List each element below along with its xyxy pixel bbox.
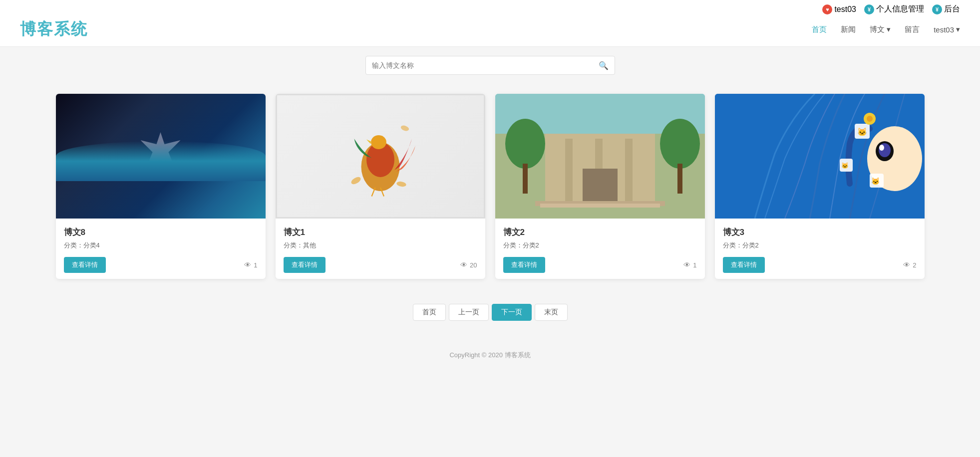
card-category-2: 分类：分类2 (503, 241, 697, 250)
page-next-btn[interactable]: 下一页 (492, 304, 532, 321)
svg-point-26 (879, 145, 884, 151)
chevron-down-icon-user: ▾ (956, 25, 960, 34)
view-count-1: 👁 20 (460, 261, 477, 269)
card-body-3: 博文3 分类：分类2 查看详情 👁 2 (715, 219, 925, 279)
svg-text:🐱: 🐱 (871, 177, 880, 186)
svg-rect-21 (677, 164, 682, 194)
header-top: ♥ test03 ¥ 个人信息管理 ¥ 后台 (0, 0, 980, 14)
detail-button-2[interactable]: 查看详情 (503, 257, 545, 273)
blog-card-2[interactable]: 博文2 分类：分类2 查看详情 👁 1 (495, 94, 705, 279)
user-avatar-badge[interactable]: ♥ test03 (822, 4, 856, 14)
backend-label: 后台 (944, 4, 960, 14)
card-footer-1: 查看详情 👁 20 (284, 257, 477, 273)
svg-text:🐱: 🐱 (841, 162, 849, 169)
svg-marker-3 (366, 139, 371, 144)
card-footer-3: 查看详情 👁 2 (723, 257, 917, 273)
card-footer-8: 查看详情 👁 1 (64, 257, 258, 273)
cards-grid: 博文8 分类：分类4 查看详情 👁 1 (0, 84, 980, 294)
card-image-1 (276, 94, 485, 219)
card-body-1: 博文1 分类：其他 查看详情 👁 20 (276, 219, 485, 279)
site-logo: 博客系统 (20, 18, 88, 40)
view-count-3: 👁 2 (903, 261, 916, 269)
nav-home[interactable]: 首页 (812, 25, 827, 34)
svg-text:🐱: 🐱 (857, 127, 867, 137)
svg-point-2 (371, 135, 386, 149)
svg-rect-15 (583, 169, 618, 204)
nav-user-label: test03 (934, 25, 954, 34)
svg-rect-19 (523, 164, 528, 194)
svg-point-6 (350, 176, 362, 186)
nav-news[interactable]: 新闻 (841, 25, 856, 34)
eye-icon-3: 👁 (903, 261, 910, 269)
nav-blog-dropdown[interactable]: 博文 ▾ (870, 25, 891, 34)
svg-point-7 (400, 125, 409, 132)
card-body-8: 博文8 分类：分类4 查看详情 👁 1 (56, 219, 266, 279)
svg-point-18 (505, 119, 545, 169)
main-nav: 首页 新闻 博文 ▾ 留言 test03 ▾ (812, 25, 960, 34)
blog-card-3[interactable]: 🐱 🐱 🐱 博文3 分类：分类2 查看详情 👁 2 (715, 94, 925, 279)
svg-rect-14 (625, 139, 633, 204)
username-label: test03 (834, 5, 856, 14)
search-input[interactable] (372, 61, 599, 69)
page-last-btn[interactable]: 末页 (535, 304, 568, 321)
view-count-8: 👁 1 (244, 261, 257, 269)
card-title-1: 博文1 (284, 227, 477, 238)
header-main: 博客系统 首页 新闻 博文 ▾ 留言 test03 ▾ (0, 14, 980, 46)
card-image-3: 🐱 🐱 🐱 (715, 94, 925, 219)
card-image-8 (56, 94, 266, 219)
pagination: 首页 上一页 下一页 末页 (0, 294, 980, 341)
nav-message[interactable]: 留言 (905, 25, 920, 34)
heart-icon: ♥ (822, 4, 832, 14)
card-image-2 (495, 94, 705, 219)
blog-card-1[interactable]: 博文1 分类：其他 查看详情 👁 20 (276, 94, 485, 279)
detail-button-1[interactable]: 查看详情 (284, 257, 326, 273)
blog-card-8[interactable]: 博文8 分类：分类4 查看详情 👁 1 (56, 94, 266, 279)
card-category-1: 分类：其他 (284, 241, 477, 250)
yuan-icon-profile: ¥ (864, 4, 874, 14)
card-category-8: 分类：分类4 (64, 241, 258, 250)
detail-button-3[interactable]: 查看详情 (723, 257, 765, 273)
svg-point-34 (867, 116, 873, 122)
svg-point-20 (660, 119, 700, 169)
search-icon[interactable]: 🔍 (599, 61, 609, 70)
profile-label: 个人信息管理 (876, 4, 924, 14)
nav-user-dropdown[interactable]: test03 ▾ (934, 25, 960, 34)
eye-icon-8: 👁 (244, 261, 251, 269)
card-title-8: 博文8 (64, 227, 258, 238)
nav-blog-label: 博文 (870, 25, 885, 34)
main-header: ♥ test03 ¥ 个人信息管理 ¥ 后台 博客系统 首页 新闻 博文 ▾ 留… (0, 0, 980, 47)
search-bar-wrapper: 🔍 (365, 56, 615, 75)
view-count-2: 👁 1 (683, 261, 696, 269)
search-section: 🔍 (0, 47, 980, 84)
profile-link[interactable]: ¥ 个人信息管理 (864, 4, 924, 14)
card-footer-2: 查看详情 👁 1 (503, 257, 697, 273)
footer: CopyRight © 2020 博客系统 (0, 341, 980, 370)
card-body-2: 博文2 分类：分类2 查看详情 👁 1 (495, 219, 705, 279)
backend-link[interactable]: ¥ 后台 (932, 4, 960, 14)
svg-rect-12 (565, 139, 573, 204)
chevron-down-icon: ▾ (887, 25, 891, 34)
yuan-icon-backend: ¥ (932, 4, 942, 14)
detail-button-8[interactable]: 查看详情 (64, 257, 106, 273)
card-title-3: 博文3 (723, 227, 917, 238)
page-first-btn[interactable]: 首页 (413, 304, 446, 321)
card-title-2: 博文2 (503, 227, 697, 238)
card-category-3: 分类：分类2 (723, 241, 917, 250)
eye-icon-2: 👁 (683, 261, 690, 269)
eye-icon-1: 👁 (460, 261, 467, 269)
svg-rect-17 (540, 204, 660, 208)
svg-point-8 (396, 181, 406, 187)
footer-text: CopyRight © 2020 博客系统 (449, 351, 530, 359)
page-prev-btn[interactable]: 上一页 (449, 304, 489, 321)
